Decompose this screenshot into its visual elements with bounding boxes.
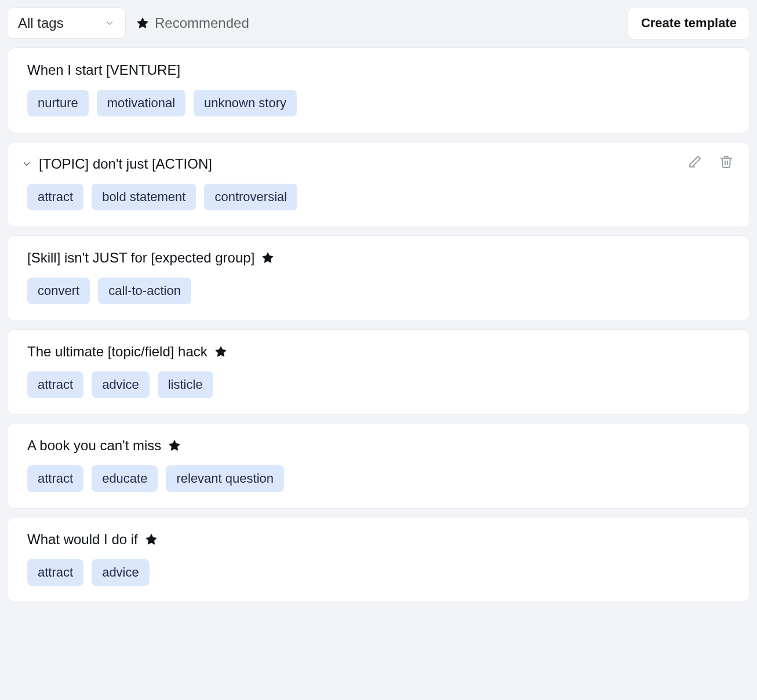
recommended-filter[interactable]: Recommended [136,15,249,31]
chevron-down-icon [104,18,115,28]
tag-chip[interactable]: advice [92,559,150,586]
template-title: [TOPIC] don't just [ACTION] [39,156,212,172]
tag-chip[interactable]: attract [27,465,83,492]
tag-chip[interactable]: advice [92,371,150,398]
chevron-down-icon[interactable] [21,159,32,169]
svg-marker-1 [263,253,273,262]
tags-row: attractadvice [27,559,730,586]
template-title-row: The ultimate [topic/field] hack [27,344,730,360]
template-title: When I start [VENTURE] [27,62,180,78]
svg-marker-2 [216,347,226,356]
template-title: The ultimate [topic/field] hack [27,344,208,360]
tags-row: attractadvicelisticle [27,371,730,398]
template-card[interactable]: The ultimate [topic/field] hackattractad… [7,329,750,415]
tag-chip[interactable]: attract [27,371,83,398]
template-card[interactable]: A book you can't missattracteducaterelev… [7,423,750,509]
star-icon[interactable] [214,345,227,358]
tag-chip[interactable]: bold statement [92,184,196,210]
create-template-button[interactable]: Create template [628,7,750,39]
tags-dropdown-label: All tags [18,15,64,31]
template-title-row: [TOPIC] don't just [ACTION] [27,156,730,172]
recommended-label: Recommended [155,15,249,31]
star-icon[interactable] [145,533,158,546]
template-title: [Skill] isn't JUST for [expected group] [27,250,254,266]
tag-chip[interactable]: listicle [158,371,213,398]
template-title-row: A book you can't miss [27,437,730,454]
tags-row: attracteducaterelevant question [27,465,730,492]
tag-chip[interactable]: controversial [204,184,297,210]
tag-chip[interactable]: unknown story [194,90,297,116]
tag-chip[interactable]: motivational [97,90,185,116]
template-card[interactable]: What would I do ifattractadvice [7,517,750,603]
svg-marker-4 [146,534,157,544]
card-actions [688,155,733,169]
tag-chip[interactable]: attract [27,184,83,210]
svg-marker-3 [169,440,180,450]
tags-row: nurturemotivationalunknown story [27,90,730,116]
tag-chip[interactable]: educate [92,465,158,492]
template-list: When I start [VENTURE]nurturemotivationa… [7,48,750,603]
svg-marker-0 [137,18,148,28]
star-icon[interactable] [168,439,181,452]
toolbar: All tags Recommended Create template [7,7,750,39]
template-card[interactable]: [Skill] isn't JUST for [expected group]c… [7,235,750,321]
tags-dropdown[interactable]: All tags [7,8,126,39]
star-icon[interactable] [261,251,274,264]
tag-chip[interactable]: nurture [27,90,89,116]
tags-row: attractbold statementcontroversial [27,184,730,210]
template-title-row: [Skill] isn't JUST for [expected group] [27,250,730,266]
template-card[interactable]: When I start [VENTURE]nurturemotivationa… [7,48,750,133]
tag-chip[interactable]: call-to-action [98,278,191,304]
trash-icon[interactable] [719,155,733,169]
template-title: A book you can't miss [27,437,161,454]
tag-chip[interactable]: relevant question [166,465,284,492]
tag-chip[interactable]: convert [27,278,90,304]
template-title-row: What would I do if [27,531,730,548]
star-icon [136,17,149,30]
template-title: What would I do if [27,531,138,548]
tag-chip[interactable]: attract [27,559,83,586]
edit-icon[interactable] [688,155,702,169]
template-card[interactable]: [TOPIC] don't just [ACTION]attractbold s… [7,141,750,227]
tags-row: convertcall-to-action [27,278,730,304]
template-title-row: When I start [VENTURE] [27,62,730,78]
